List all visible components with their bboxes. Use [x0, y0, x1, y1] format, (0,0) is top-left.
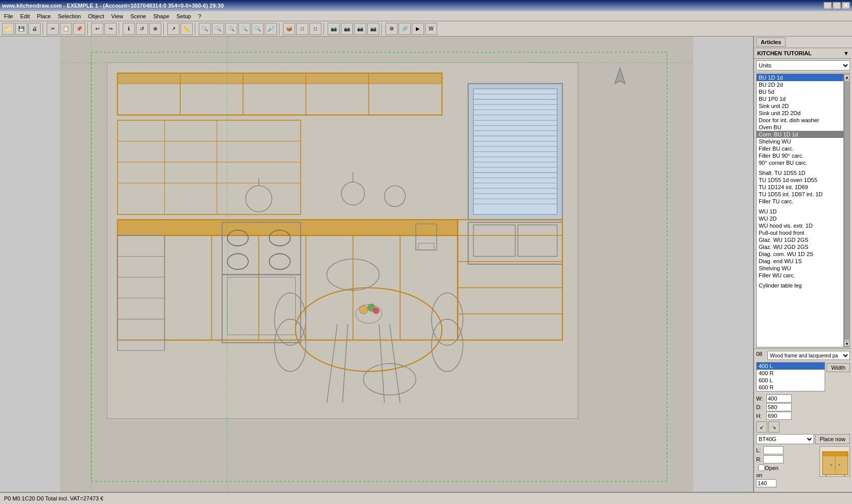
list-item-bu2d2d[interactable]: BU 2D 2d — [757, 81, 843, 88]
menu-item-setup[interactable]: Setup — [173, 13, 194, 20]
canvas-area[interactable] — [0, 37, 753, 492]
code-dropdown[interactable]: BT40G — [756, 434, 814, 444]
list-item-diagendwu[interactable]: Diag. end WU 1S — [757, 258, 843, 265]
maximize-button[interactable]: □ — [833, 2, 841, 9]
copy-button[interactable]: 📋 — [60, 23, 72, 35]
view3-button[interactable]: □ — [309, 23, 322, 35]
size-item-400r[interactable]: 400 R — [757, 370, 825, 377]
play-button[interactable]: ▶ — [412, 23, 424, 35]
new-button[interactable]: 📁 — [2, 23, 14, 35]
width-input[interactable] — [766, 394, 792, 403]
icon-btn-1[interactable]: ↙ — [756, 421, 767, 433]
list-item-corner90bucarc[interactable]: 90° corner BU carc. — [757, 159, 843, 166]
scroll-down-button[interactable]: ▼ — [844, 341, 850, 347]
open-checkbox[interactable] — [758, 464, 765, 471]
list-item-shaltd155[interactable]: Shalt. TU 1D55 1D — [757, 169, 843, 176]
zoom-fit-button[interactable]: 🔍 — [199, 23, 211, 35]
minimize-button[interactable]: ─ — [824, 2, 832, 9]
paste-button[interactable]: 📌 — [73, 23, 85, 35]
redo-button[interactable]: ↪ — [104, 23, 117, 35]
list-item-bu5d[interactable]: BU 5d — [757, 88, 843, 95]
zoom-select-button[interactable]: 🔍 — [238, 23, 251, 35]
cut-button[interactable]: ✂ — [47, 23, 59, 35]
list-item-cylindertable[interactable]: Cylinder table leg — [757, 282, 843, 289]
height-input[interactable] — [766, 412, 792, 420]
size-item-400l[interactable]: 400 L — [757, 363, 825, 370]
list-item-tu1d55oven[interactable]: TU 1D55 1d oven 1D55 — [757, 176, 843, 184]
zoom-3-button[interactable]: 🔍 — [252, 23, 264, 35]
w-button[interactable]: W — [425, 23, 437, 35]
print-button[interactable]: 🖨 — [28, 23, 41, 35]
list-item-bu1d1d[interactable]: BU 1D 1d — [757, 74, 843, 81]
list-item-glazwu1gd[interactable]: Glaz. WU 1GD 2GS — [757, 236, 843, 243]
list-item-wu2d[interactable]: WU 2D — [757, 215, 843, 222]
icon-btn-2[interactable]: ↘ — [768, 421, 779, 433]
list-item-doorint[interactable]: Door for int. dish washer — [757, 117, 843, 124]
scroll-up-button[interactable]: ▲ — [844, 74, 850, 80]
zoom-in-button[interactable]: ⊕ — [149, 23, 161, 35]
list-item-cornbu1d1d[interactable]: Corn. BU 1D 1d — [757, 131, 843, 138]
list-item-wu1d[interactable]: WU 1D — [757, 208, 843, 215]
settings-button[interactable]: ⚙ — [385, 23, 398, 35]
close-button[interactable]: ✕ — [842, 2, 850, 9]
l-input[interactable] — [763, 446, 784, 454]
list-item-bu1p01d[interactable]: BU 1P0 1d — [757, 95, 843, 102]
tool1-button[interactable]: ↗ — [167, 23, 180, 35]
list-item-ovenbu[interactable]: Oven BU — [757, 124, 843, 131]
zoom-4-button[interactable]: 🔎 — [265, 23, 277, 35]
zoom-out-button[interactable]: 🔍 — [225, 23, 237, 35]
depth-input[interactable] — [766, 403, 792, 411]
separator-6 — [279, 23, 281, 35]
list-item-sink2d[interactable]: Sink unit 2D — [757, 102, 843, 110]
info-button[interactable]: ℹ — [123, 23, 135, 35]
toolbar: 📁 💾 🖨 ✂ 📋 📌 ↩ ↪ ℹ ↺ ⊕ ↗ 📐 🔍 🔍 🔍 🔍 🔍 🔎 📦 … — [0, 21, 852, 37]
view1-button[interactable]: 📦 — [283, 23, 295, 35]
menu-item-file[interactable]: File — [1, 13, 16, 20]
save-button[interactable]: 💾 — [15, 23, 27, 35]
menu-item-shape[interactable]: Shape — [150, 13, 172, 20]
link-button[interactable]: 🔗 — [399, 23, 411, 35]
list-item-tu1d55int[interactable]: TU 1D55 int. 1D97 int. 1D — [757, 191, 843, 198]
menu-item-edit[interactable]: Edit — [17, 13, 33, 20]
items-scrollbar[interactable]: ▲ ▼ — [844, 74, 850, 347]
list-item-pullouthood[interactable]: Pull-out hood front — [757, 229, 843, 236]
camera2-button[interactable]: 📷 — [341, 23, 353, 35]
bottom-input[interactable] — [756, 479, 776, 487]
view2-button[interactable]: □ — [296, 23, 308, 35]
list-item-fillerbu90[interactable]: Filler BU 90° carc. — [757, 152, 843, 159]
menu-item-scene[interactable]: Scene — [127, 13, 149, 20]
undo-button[interactable]: ↩ — [91, 23, 103, 35]
menu-item-selection[interactable]: Selection — [55, 13, 84, 20]
camera1-button[interactable]: 📷 — [328, 23, 340, 35]
tool2-button[interactable]: 📐 — [181, 23, 193, 35]
bottom-row — [756, 479, 818, 487]
menu-item-place[interactable]: Place — [34, 13, 54, 20]
scroll-thumb[interactable] — [844, 81, 849, 340]
units-dropdown[interactable]: Units — [756, 60, 850, 70]
menu-item-view[interactable]: View — [108, 13, 126, 20]
list-item-fillertucrc[interactable]: Filler TU carc. — [757, 198, 843, 205]
list-item-wuhoodvis[interactable]: WU hood vis. extr. 1D — [757, 222, 843, 229]
size-item-600l[interactable]: 600 L — [757, 377, 825, 384]
list-item-shelvwu[interactable]: Shelving WU — [757, 138, 843, 145]
on-row: on — [756, 472, 818, 478]
wood-frame-dropdown[interactable]: Wood frame and lacquered pa — [767, 351, 850, 360]
list-item-diagcomwu1d[interactable]: Diag. com. WU 1D 2S — [757, 250, 843, 258]
list-item-fillerbucrc[interactable]: Filler BU carc. — [757, 145, 843, 152]
menu-item-?[interactable]: ? — [195, 13, 204, 20]
size-item-600r[interactable]: 600 R — [757, 384, 825, 391]
list-item-sink2d2d[interactable]: Sink unit 2D 2Dd — [757, 110, 843, 117]
list-item-tu1d124[interactable]: TU 1D124 int. 1D69 — [757, 184, 843, 191]
menu-item-object[interactable]: Object — [85, 13, 108, 20]
list-item-glazwu2gd[interactable]: Glaz. WU 2GD 2GS — [757, 243, 843, 250]
r-input[interactable] — [763, 455, 784, 463]
articles-tab[interactable]: Articles — [756, 38, 786, 47]
rotate-button[interactable]: ↺ — [136, 23, 148, 35]
zoom-in2-button[interactable]: 🔍 — [212, 23, 224, 35]
camera3-button[interactable]: 📷 — [354, 23, 366, 35]
width-button[interactable]: Width — [827, 363, 850, 372]
list-item-shelvwu2[interactable]: Shelving WU — [757, 265, 843, 272]
list-item-fillerwucarc[interactable]: Filler WU carc. — [757, 272, 843, 279]
camera4-button[interactable]: 📷 — [367, 23, 379, 35]
place-now-button[interactable]: Place now — [815, 434, 850, 444]
